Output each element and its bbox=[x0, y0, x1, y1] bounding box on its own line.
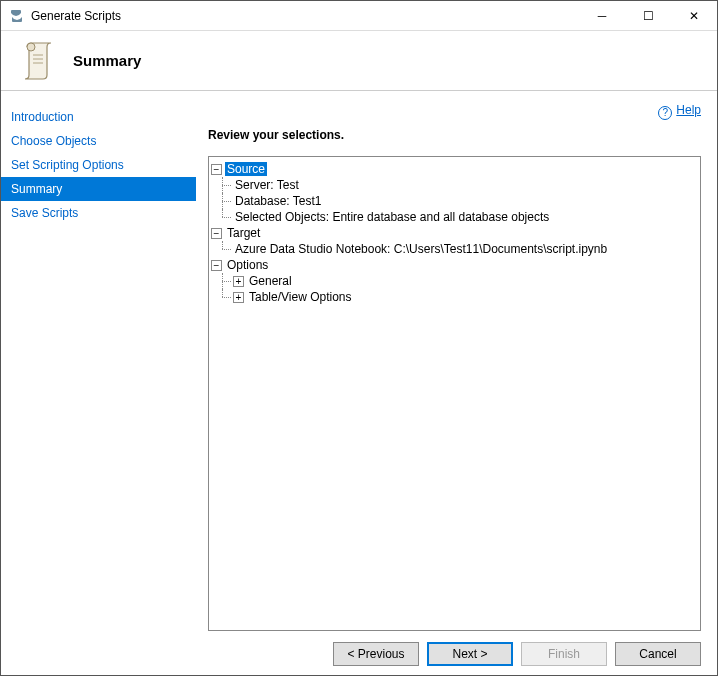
expander-target[interactable]: − bbox=[211, 228, 222, 239]
sidebar-item-introduction[interactable]: Introduction bbox=[1, 105, 196, 129]
help-icon[interactable]: ? bbox=[658, 106, 672, 120]
tree-node-target[interactable]: Target bbox=[225, 226, 262, 240]
tree-tableview[interactable]: Table/View Options bbox=[247, 290, 354, 304]
tree-row: Database: Test1 bbox=[215, 193, 698, 209]
script-scroll-icon bbox=[21, 41, 57, 81]
close-button[interactable]: ✕ bbox=[671, 1, 717, 31]
sidebar-item-save-scripts[interactable]: Save Scripts bbox=[1, 201, 196, 225]
window-buttons: ─ ☐ ✕ bbox=[579, 1, 717, 31]
tree-database[interactable]: Database: Test1 bbox=[233, 194, 324, 208]
wizard-sidebar: Introduction Choose Objects Set Scriptin… bbox=[1, 91, 196, 631]
cancel-button[interactable]: Cancel bbox=[615, 642, 701, 666]
previous-button[interactable]: < Previous bbox=[333, 642, 419, 666]
summary-tree[interactable]: −Source Server: Test Database: Test1 Sel… bbox=[208, 156, 701, 631]
sidebar-item-set-scripting-options[interactable]: Set Scripting Options bbox=[1, 153, 196, 177]
tree-node-options[interactable]: Options bbox=[225, 258, 270, 272]
sidebar-item-summary[interactable]: Summary bbox=[1, 177, 196, 201]
titlebar: Generate Scripts ─ ☐ ✕ bbox=[1, 1, 717, 31]
help-link[interactable]: Help bbox=[676, 103, 701, 117]
main-panel: ?Help Review your selections. −Source Se… bbox=[196, 91, 717, 631]
tree-row: +Table/View Options bbox=[215, 289, 698, 305]
page-title: Summary bbox=[73, 52, 141, 69]
tree-row: Azure Data Studio Notebook: C:\Users\Tes… bbox=[215, 241, 698, 257]
expander-general[interactable]: + bbox=[233, 276, 244, 287]
tree-row: +General bbox=[215, 273, 698, 289]
next-button[interactable]: Next > bbox=[427, 642, 513, 666]
tree-notebook-path[interactable]: Azure Data Studio Notebook: C:\Users\Tes… bbox=[233, 242, 609, 256]
tree-node-source[interactable]: Source bbox=[225, 162, 267, 176]
wizard-footer: < Previous Next > Finish Cancel bbox=[1, 631, 717, 675]
finish-button: Finish bbox=[521, 642, 607, 666]
maximize-button[interactable]: ☐ bbox=[625, 1, 671, 31]
window-title: Generate Scripts bbox=[31, 9, 579, 23]
expander-source[interactable]: − bbox=[211, 164, 222, 175]
review-selections-heading: Review your selections. bbox=[208, 128, 701, 142]
wizard-header: Summary bbox=[1, 31, 717, 91]
tree-selected-objects[interactable]: Selected Objects: Entire database and al… bbox=[233, 210, 551, 224]
tree-row: Server: Test bbox=[215, 177, 698, 193]
expander-tableview[interactable]: + bbox=[233, 292, 244, 303]
minimize-button[interactable]: ─ bbox=[579, 1, 625, 31]
app-icon bbox=[9, 8, 25, 24]
expander-options[interactable]: − bbox=[211, 260, 222, 271]
tree-general[interactable]: General bbox=[247, 274, 294, 288]
tree-row: Selected Objects: Entire database and al… bbox=[215, 209, 698, 225]
tree-server[interactable]: Server: Test bbox=[233, 178, 301, 192]
sidebar-item-choose-objects[interactable]: Choose Objects bbox=[1, 129, 196, 153]
